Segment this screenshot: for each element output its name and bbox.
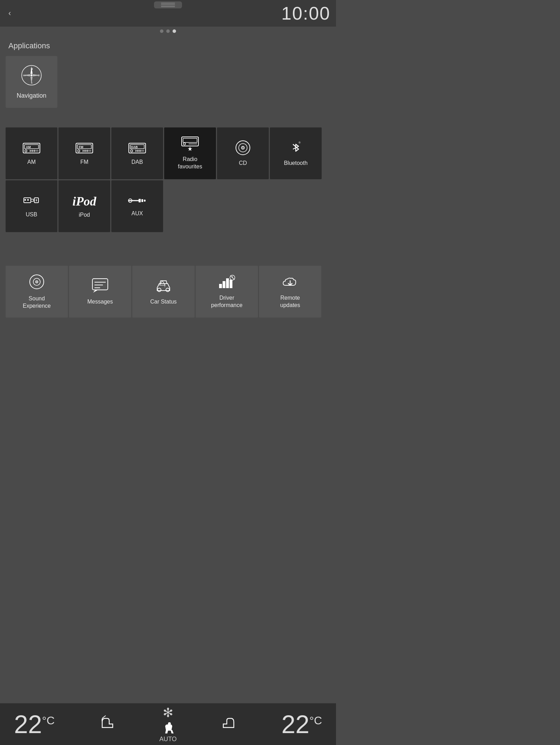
page-indicators bbox=[0, 27, 336, 36]
media-tile-radio-favourites[interactable]: Radiofavourites bbox=[164, 127, 216, 179]
svg-rect-46 bbox=[27, 199, 29, 201]
back-button[interactable]: ‹ bbox=[6, 7, 14, 19]
feature-tile-remote-updates[interactable]: Remoteupdates bbox=[259, 266, 321, 318]
svg-rect-45 bbox=[24, 199, 26, 201]
app-tile-navigation[interactable]: N S E W Navigation bbox=[6, 56, 57, 108]
dab-icon: DAB bbox=[128, 141, 146, 156]
media-tile-usb[interactable]: USB bbox=[6, 180, 57, 232]
aux-label: AUX bbox=[132, 210, 143, 217]
top-bar: ‹ 10:00 bbox=[0, 0, 336, 27]
media-tile-aux[interactable]: AUX bbox=[111, 180, 163, 232]
svg-point-64 bbox=[158, 288, 161, 292]
am-icon: AM bbox=[22, 141, 41, 156]
media-grid: AM AM FM FM bbox=[6, 127, 330, 232]
svg-rect-70 bbox=[226, 278, 229, 288]
svg-point-28 bbox=[131, 150, 133, 152]
compass-icon: N S E W bbox=[21, 65, 42, 89]
aux-icon bbox=[128, 195, 146, 207]
svg-rect-47 bbox=[31, 199, 34, 201]
svg-text:W: W bbox=[23, 74, 26, 77]
media-tile-fm[interactable]: FM FM bbox=[58, 127, 110, 179]
svg-text:E: E bbox=[38, 74, 40, 77]
car-status-label: Car Status bbox=[150, 298, 177, 306]
page-dot-3[interactable] bbox=[173, 29, 176, 33]
svg-point-12 bbox=[25, 150, 27, 152]
svg-line-74 bbox=[230, 276, 234, 280]
svg-text:N: N bbox=[31, 67, 33, 70]
applications-title: Applications bbox=[0, 36, 336, 53]
cd-icon bbox=[235, 140, 251, 157]
usb-label: USB bbox=[26, 211, 37, 218]
usb-icon bbox=[22, 194, 41, 208]
car-status-icon: ! bbox=[154, 278, 173, 295]
radio-favourites-icon bbox=[181, 136, 199, 153]
sound-experience-label: SoundExperience bbox=[23, 295, 51, 310]
messages-icon bbox=[92, 278, 108, 295]
svg-text:S: S bbox=[31, 81, 33, 84]
driver-performance-icon bbox=[218, 274, 236, 291]
media-tile-cd[interactable]: CD bbox=[217, 127, 269, 179]
page-dot-1[interactable] bbox=[160, 29, 163, 33]
bluetooth-icon: ® bbox=[288, 140, 303, 157]
media-tile-ipod[interactable]: iPod iPod bbox=[58, 180, 110, 232]
media-tile-bluetooth[interactable]: ® Bluetooth bbox=[270, 127, 322, 179]
apps-grid: N S E W Navigation bbox=[0, 53, 336, 113]
features-grid: SoundExperience Messages bbox=[6, 266, 330, 318]
cd-label: CD bbox=[239, 160, 247, 167]
feature-tile-messages[interactable]: Messages bbox=[69, 266, 131, 318]
page-dot-2[interactable] bbox=[166, 29, 170, 33]
svg-point-20 bbox=[78, 150, 80, 152]
svg-rect-49 bbox=[36, 199, 37, 201]
svg-rect-68 bbox=[219, 284, 222, 288]
feature-tile-car-status[interactable]: ! Car Status bbox=[132, 266, 195, 318]
features-section: SoundExperience Messages bbox=[0, 266, 336, 318]
svg-point-57 bbox=[35, 280, 38, 283]
dab-label: DAB bbox=[132, 159, 143, 166]
svg-rect-59 bbox=[92, 279, 108, 290]
svg-point-36 bbox=[183, 143, 186, 145]
ipod-label: iPod bbox=[79, 211, 90, 219]
svg-point-42 bbox=[243, 147, 244, 148]
clock-display: 10:00 bbox=[281, 3, 330, 24]
svg-rect-35 bbox=[183, 138, 197, 142]
media-section: AM AM FM FM bbox=[0, 127, 336, 232]
svg-point-9 bbox=[30, 74, 33, 76]
svg-text:®: ® bbox=[299, 141, 301, 144]
svg-rect-52 bbox=[141, 199, 143, 202]
svg-text:AM: AM bbox=[26, 145, 31, 149]
driver-performance-label: Driverperformance bbox=[211, 294, 243, 309]
svg-rect-53 bbox=[144, 200, 146, 202]
fm-label: FM bbox=[80, 159, 88, 166]
fm-icon: FM bbox=[75, 141, 93, 156]
svg-rect-71 bbox=[230, 280, 232, 288]
svg-marker-38 bbox=[188, 147, 192, 151]
media-tile-dab[interactable]: DAB DAB bbox=[111, 127, 163, 179]
bluetooth-label: Bluetooth bbox=[284, 160, 308, 167]
sound-experience-icon bbox=[28, 273, 45, 292]
drag-handle bbox=[154, 1, 182, 8]
app-label-navigation: Navigation bbox=[16, 92, 46, 99]
svg-text:!: ! bbox=[164, 284, 165, 288]
svg-marker-63 bbox=[93, 290, 98, 293]
svg-rect-51 bbox=[139, 199, 141, 202]
svg-text:DAB: DAB bbox=[131, 145, 138, 149]
remote-updates-label: Remoteupdates bbox=[280, 294, 300, 309]
remote-updates-icon bbox=[282, 274, 299, 291]
svg-text:FM: FM bbox=[79, 145, 83, 149]
feature-tile-sound-experience[interactable]: SoundExperience bbox=[6, 266, 68, 318]
feature-tile-driver-performance[interactable]: Driverperformance bbox=[196, 266, 258, 318]
am-label: AM bbox=[27, 159, 36, 166]
media-tile-am[interactable]: AM AM bbox=[6, 127, 57, 179]
ipod-icon: iPod bbox=[72, 194, 96, 209]
svg-point-65 bbox=[166, 288, 169, 292]
svg-rect-69 bbox=[223, 281, 225, 288]
messages-label: Messages bbox=[88, 298, 113, 306]
radio-favourites-label: Radiofavourites bbox=[178, 156, 202, 170]
